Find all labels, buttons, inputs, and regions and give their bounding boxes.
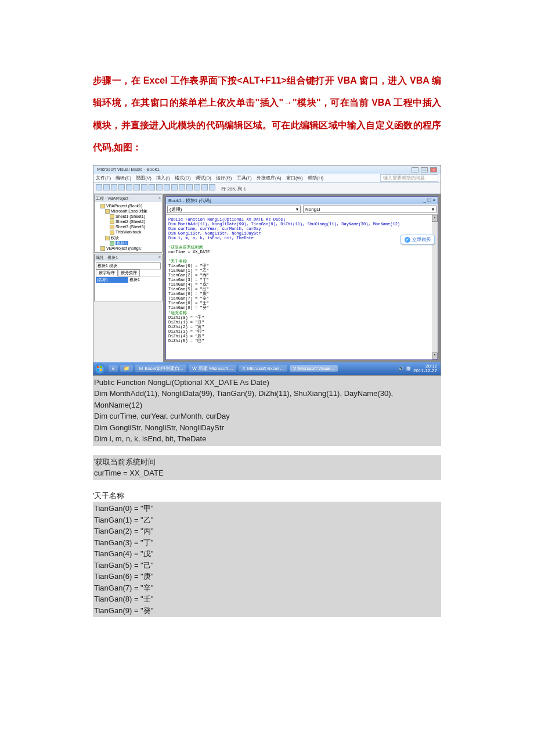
taskbar-ie[interactable]: e: [109, 365, 118, 372]
code-window-title: Book1 - 模块1 (代码): [168, 197, 211, 204]
tree-module1[interactable]: 模块1: [110, 240, 161, 246]
folder-icon: 📁: [124, 366, 129, 371]
tree-project-2[interactable]: VBAProject (nongli.:: [100, 246, 161, 251]
tool-undo-icon[interactable]: [141, 184, 147, 190]
code-comment: '获取当前系统时间: [93, 456, 441, 468]
code-comment: '天干名称: [93, 489, 441, 502]
tool-paste-icon[interactable]: [126, 184, 132, 190]
properties-tabs: 按字母序按分类序: [96, 269, 161, 276]
property-name-value[interactable]: 模块1: [128, 277, 161, 283]
object-dropdown[interactable]: (通用)▾: [167, 206, 301, 213]
tool-toolbox-icon[interactable]: [209, 184, 215, 190]
code-line: Dim i, m, n, k, isEnd, bit, TheDate: [93, 433, 441, 445]
tree-excel-objects[interactable]: Microsoft Excel 对象: [105, 208, 161, 214]
close-icon[interactable]: ×: [432, 197, 435, 203]
tree-project[interactable]: VBAProject (Book1): [100, 203, 161, 208]
maximize-icon[interactable]: ☐: [427, 197, 431, 203]
mdi-area: Book1 - 模块1 (代码) _ ☐ × (通用)▾ NongLi▾ Pub…: [163, 194, 441, 362]
tree-sheet1[interactable]: Sheet1 (Sheet1): [110, 214, 161, 219]
svg-rect-2: [97, 369, 99, 371]
tree-sheet3[interactable]: Sheet3 (Sheet3): [110, 224, 161, 229]
menu-edit[interactable]: 编辑(E): [116, 175, 131, 181]
taskbar-item[interactable]: XMicrosoft Excel ...: [239, 365, 287, 372]
ide-title: Microsoft Visual Basic - Book1: [97, 167, 160, 172]
code-line: Public Function NongLi(Optional XX_DATE …: [93, 377, 441, 388]
minimize-icon[interactable]: _: [412, 167, 418, 172]
menu-view[interactable]: 视图(V): [136, 175, 151, 181]
tool-design-icon[interactable]: [179, 184, 185, 190]
app-icon: M: [139, 366, 143, 371]
menu-debug[interactable]: 调试(D): [196, 175, 211, 181]
tool-find-icon[interactable]: [134, 184, 140, 190]
menu-insert[interactable]: 插入(I): [156, 175, 170, 181]
ide-menubar: 文件(F) 编辑(E) 视图(V) 插入(I) 格式(O) 调试(D) 运行(R…: [93, 174, 441, 182]
tool-copy-icon[interactable]: [118, 184, 125, 190]
tool-run-icon[interactable]: [156, 184, 163, 190]
scroll-up-icon[interactable]: ▴: [432, 215, 438, 222]
properties-panel: 属性 - 模块1 × 模块1 模块 按字母序按分类序 (名称) 模块1: [94, 254, 163, 301]
code-line: curTime = XX_DATE: [93, 467, 441, 479]
panel-close-icon[interactable]: ×: [158, 255, 161, 261]
minimize-icon[interactable]: _: [423, 197, 425, 203]
tool-project-icon[interactable]: [186, 184, 193, 190]
menu-window[interactable]: 窗口(W): [286, 175, 303, 181]
menu-run[interactable]: 运行(R): [216, 175, 232, 181]
code-editor[interactable]: Public Function NongLi(Optional XX_DATE …: [166, 215, 438, 359]
menu-help[interactable]: 帮助(H): [308, 175, 323, 181]
code-block: Public Function NongLi(Optional XX_DATE …: [93, 376, 441, 618]
taskbar-item[interactable]: VMicrosoft Visual...: [290, 365, 338, 372]
tool-view-icon[interactable]: [96, 184, 102, 190]
menu-format[interactable]: 格式(O): [175, 175, 191, 181]
windows-logo-icon: [97, 366, 103, 372]
tab-categorized[interactable]: 按分类序: [118, 269, 140, 276]
tray-network-icon[interactable]: ▦: [406, 366, 411, 371]
tree-thisworkbook[interactable]: ThisWorkbook: [110, 229, 161, 235]
code-line: TianGan(4) = "戊": [93, 548, 441, 560]
properties-combo[interactable]: 模块1 模块: [96, 262, 161, 269]
tool-browser-icon[interactable]: [201, 184, 208, 190]
instruction-text: 步骤一，在 Excel 工作表界面下按<ALT+F11>组合键打开 VBA 窗口…: [93, 70, 441, 159]
code-line: TianGan(7) = "辛": [93, 582, 441, 594]
maximize-icon[interactable]: ☐: [421, 167, 428, 172]
svg-rect-3: [100, 369, 102, 371]
taskbar-clock[interactable]: 20:12 2011-12-27: [413, 364, 437, 373]
properties-panel-title: 属性 - 模块1: [96, 255, 118, 261]
code-line: TianGan(3) = "丁": [93, 537, 441, 549]
menu-file[interactable]: 文件(F): [96, 175, 111, 181]
code-line: TianGan(1) = "乙": [93, 514, 441, 526]
tree-modules-folder[interactable]: 模块: [105, 235, 161, 240]
svg-rect-0: [97, 366, 99, 368]
chevron-down-icon: ▾: [296, 207, 298, 212]
tray-sound-icon[interactable]: 🔊: [398, 366, 404, 371]
scroll-down-icon[interactable]: ▾: [432, 352, 438, 359]
project-tree[interactable]: VBAProject (Book1) Microsoft Excel 对象 Sh…: [95, 202, 162, 252]
tool-break-icon[interactable]: [164, 184, 170, 190]
code-line: TianGan(8) = "壬": [93, 593, 441, 605]
tab-alphabetical[interactable]: 按字母序: [96, 269, 118, 276]
tree-sheet2[interactable]: Sheet2 (Sheet2): [110, 219, 161, 224]
taskbar-item[interactable]: MExcel如何创建自...: [135, 365, 186, 372]
tool-properties-icon[interactable]: [194, 184, 200, 190]
tool-redo-icon[interactable]: [149, 184, 155, 190]
panel-close-icon[interactable]: ×: [158, 196, 161, 201]
help-search-input[interactable]: 键入需要帮助的问题: [380, 174, 438, 182]
procedure-dropdown[interactable]: NongLi▾: [303, 206, 436, 213]
taskbar-item[interactable]: W新建 Microsoft ...: [189, 365, 236, 372]
close-icon[interactable]: ×: [430, 167, 437, 172]
menu-addins[interactable]: 外接程序(A): [257, 175, 282, 181]
windows-taskbar: e 📁 MExcel如何创建自... W新建 Microsoft ... XMi…: [93, 362, 441, 375]
tool-save-icon[interactable]: [103, 184, 110, 190]
tool-reset-icon[interactable]: [171, 184, 178, 190]
code-window-buttons: _ ☐ ×: [423, 197, 435, 204]
menu-tools[interactable]: 工具(T): [237, 175, 252, 181]
project-panel-title: 工程 - VBAProject: [96, 196, 128, 201]
project-explorer-panel: 工程 - VBAProject × VBAProject (Book1) Mic…: [94, 195, 163, 253]
system-tray: 🔊 ▦ 20:12 2011-12-27: [398, 364, 439, 373]
word-icon: W: [192, 366, 197, 371]
purchase-badge[interactable]: 立即购买: [400, 235, 435, 244]
tool-cut-icon[interactable]: [111, 184, 117, 190]
taskbar-explorer[interactable]: 📁: [120, 365, 133, 372]
chevron-down-icon: ▾: [432, 207, 434, 212]
start-button[interactable]: [95, 363, 105, 374]
property-name-label: (名称): [96, 277, 128, 283]
